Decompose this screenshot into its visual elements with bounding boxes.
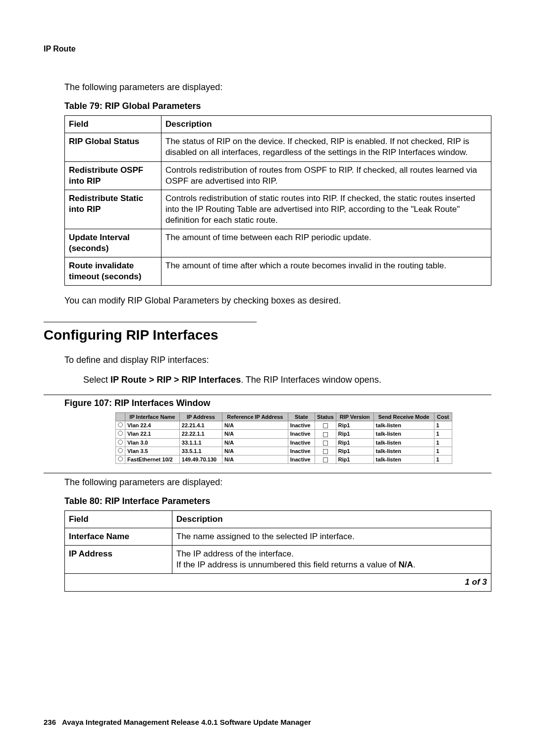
shot-cell-mode: talk-listen (374, 421, 434, 430)
shot-head-ip: IP Address (179, 413, 222, 421)
shot-head-cost: Cost (434, 413, 452, 421)
table79-field-2: Redistribute Static into RIP (65, 190, 161, 229)
shot-cell-ver: Rip1 (336, 438, 374, 447)
table79-field-1: Redistribute OSPF into RIP (65, 161, 161, 190)
shot-cell-mode: talk-listen (374, 430, 434, 438)
shot-head-status: Status (315, 413, 336, 421)
shot-cell-name: FastEthernet 10/2 (125, 455, 180, 463)
table-row: Redistribute OSPF into RIP Controls redi… (65, 161, 491, 190)
rip-interfaces-screenshot: IP Interface Name IP Address Reference I… (115, 412, 452, 463)
table80-field-0: Interface Name (65, 528, 172, 546)
table80-desc-1: The IP address of the interface. If the … (172, 546, 491, 574)
table-row: Interface Name The name assigned to the … (65, 528, 491, 546)
shot-cell-ref: N/A (222, 430, 288, 438)
table80-head-field: Field (65, 511, 172, 528)
step-prefix: Select (83, 375, 110, 385)
shot-head-sel (116, 413, 125, 421)
step-suffix: . The RIP Interfaces window opens. (241, 375, 381, 385)
table80-footer: 1 of 3 (65, 574, 491, 591)
shot-cell-state: Inactive (288, 438, 315, 447)
shot-cell-name: Vlan 22.4 (125, 421, 180, 430)
shot-cell-cost: 1 (434, 438, 452, 447)
page-footer: 236 Avaya Integrated Management Release … (44, 718, 311, 726)
shot-cell-ref: N/A (222, 455, 288, 463)
shot-cell-cost: 1 (434, 430, 452, 438)
intro-text-1: The following parameters are displayed: (64, 81, 491, 93)
table80-footer-row: 1 of 3 (65, 574, 491, 591)
define-text: To define and display RIP interfaces: (64, 354, 491, 366)
shot-cell-ref: N/A (222, 447, 288, 455)
table80: Field Description Interface Name The nam… (64, 510, 491, 591)
table-row[interactable]: Vlan 22.4 22.21.4.1 N/A Inactive Rip1 ta… (116, 421, 452, 430)
status-checkbox[interactable] (323, 432, 328, 437)
table-row: Redistribute Static into RIP Controls re… (65, 190, 491, 229)
row-radio[interactable] (118, 440, 123, 445)
table79-desc-3: The amount of time between each RIP peri… (161, 229, 491, 257)
shot-cell-ip: 33.1.1.1 (179, 438, 222, 447)
running-head: IP Route (44, 45, 491, 53)
shot-cell-ref: N/A (222, 438, 288, 447)
table79-head-field: Field (65, 116, 161, 133)
row-radio[interactable] (118, 448, 123, 453)
table-row: RIP Global Status The status of RIP on t… (65, 133, 491, 161)
shot-cell-state: Inactive (288, 430, 315, 438)
table80-desc-1-bold: N/A (399, 560, 413, 569)
table79-desc-1: Controls redistribution of routes from O… (161, 161, 491, 190)
shot-head-state: State (288, 413, 315, 421)
shot-cell-state: Inactive (288, 455, 315, 463)
shot-cell-name: Vlan 3.5 (125, 447, 180, 455)
status-checkbox[interactable] (323, 449, 328, 454)
table79-desc-4: The amount of time after which a route b… (161, 257, 491, 286)
table79-head-desc: Description (161, 116, 491, 133)
table-row[interactable]: Vlan 22.1 22.22.1.1 N/A Inactive Rip1 ta… (116, 430, 452, 438)
shot-cell-state: Inactive (288, 447, 315, 455)
table79-desc-2: Controls redistribution of static routes… (161, 190, 491, 229)
rip-interfaces-table: IP Interface Name IP Address Reference I… (115, 412, 452, 463)
intro-text-2: The following parameters are displayed: (64, 476, 491, 488)
table79-field-0: RIP Global Status (65, 133, 161, 161)
row-radio[interactable] (118, 456, 123, 461)
shot-cell-mode: talk-listen (374, 438, 434, 447)
table79: Field Description RIP Global Status The … (64, 115, 491, 286)
row-radio[interactable] (118, 422, 123, 427)
shot-head-ref: Reference IP Address (222, 413, 288, 421)
shot-cell-ver: Rip1 (336, 447, 374, 455)
shot-cell-ver: Rip1 (336, 455, 374, 463)
shot-cell-name: Vlan 22.1 (125, 430, 180, 438)
table-row: Route invalidate timeout (seconds) The a… (65, 257, 491, 286)
table-row[interactable]: Vlan 3.0 33.1.1.1 N/A Inactive Rip1 talk… (116, 438, 452, 447)
section-rule (44, 322, 257, 322)
table-row[interactable]: FastEthernet 10/2 149.49.70.130 N/A Inac… (116, 455, 452, 463)
row-radio[interactable] (118, 431, 123, 436)
shot-cell-cost: 1 (434, 455, 452, 463)
table80-desc-0: The name assigned to the selected IP int… (172, 528, 491, 546)
figure-caption: Figure 107: RIP Interfaces Window (64, 398, 491, 408)
status-checkbox[interactable] (323, 441, 328, 446)
shot-cell-cost: 1 (434, 447, 452, 455)
modify-text: You can modify RIP Global Parameters by … (64, 295, 491, 306)
shot-cell-name: Vlan 3.0 (125, 438, 180, 447)
shot-cell-ip: 22.21.4.1 (179, 421, 222, 430)
step-bold: IP Route > RIP > RIP Interfaces (110, 375, 241, 385)
table79-field-4: Route invalidate timeout (seconds) (65, 257, 161, 286)
shot-cell-ref: N/A (222, 421, 288, 430)
shot-cell-state: Inactive (288, 421, 315, 430)
table80-head-desc: Description (172, 511, 491, 528)
table80-field-1: IP Address (65, 546, 172, 574)
section-heading: Configuring RIP Interfaces (44, 327, 491, 343)
shot-head-name: IP Interface Name (125, 413, 180, 421)
shot-cell-mode: talk-listen (374, 447, 434, 455)
table80-desc-1-post: . (413, 560, 416, 569)
table-row[interactable]: Vlan 3.5 33.5.1.1 N/A Inactive Rip1 talk… (116, 447, 452, 455)
table80-desc-1-pre: The IP address of the interface. If the … (176, 549, 399, 569)
shot-cell-ver: Rip1 (336, 421, 374, 430)
status-checkbox[interactable] (323, 423, 328, 428)
table79-desc-0: The status of RIP on the device. If chec… (161, 133, 491, 161)
shot-cell-ip: 149.49.70.130 (179, 455, 222, 463)
status-checkbox[interactable] (323, 457, 328, 462)
table80-caption: Table 80: RIP Interface Parameters (64, 496, 491, 506)
page-number: 236 (44, 718, 56, 726)
figure-rule-top (44, 395, 491, 395)
table-row: IP Address The IP address of the interfa… (65, 546, 491, 574)
step-text: Select IP Route > RIP > RIP Interfaces. … (83, 374, 491, 386)
